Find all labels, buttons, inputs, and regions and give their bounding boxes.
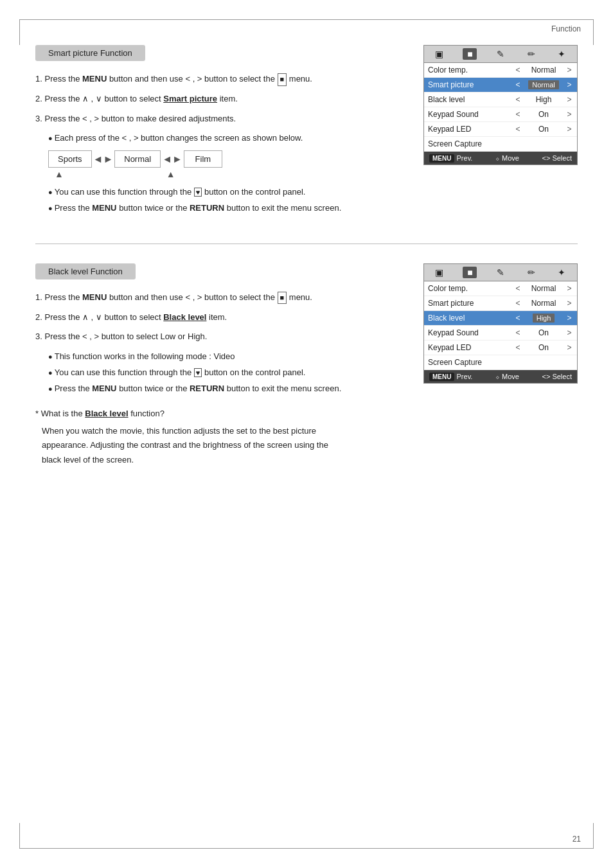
step2-bold: Smart picture xyxy=(163,94,217,103)
border-top xyxy=(19,19,594,20)
black-level-instructions: Black level Function 1. Press the MENU b… xyxy=(35,263,404,467)
cycle-arrow-1: ◄► xyxy=(93,154,114,165)
page-number: 21 xyxy=(573,835,581,844)
menu2-arrow-left-ks: < xyxy=(514,328,522,337)
menu2-label-bl: Black level xyxy=(428,314,511,323)
menu2-row-label-ct: Color temp. xyxy=(428,284,511,293)
menu2-icon-2: ✎ xyxy=(493,267,508,278)
smart-picture-sub-note: Each press of the < , > button changes t… xyxy=(48,132,404,145)
menu-footer-1: MENU Prev. ⬦ Move <> Select xyxy=(424,152,577,164)
menu-row-arrow-left-ks1: < xyxy=(514,110,522,119)
black-level-step1: 1. Press the MENU button and then use < … xyxy=(35,291,404,305)
black-level-desc: When you watch the movie, this function … xyxy=(42,424,404,466)
up-arrow-right: ▲ xyxy=(166,169,175,179)
menu-row-keypad-led-1: Keypad LED < On > xyxy=(424,122,577,137)
smart-picture-note1: You can use this function through the ♥ … xyxy=(48,186,404,199)
footer2-select: <> Select xyxy=(542,373,572,380)
footer2-move: ⬦ Move xyxy=(495,373,519,380)
menu2-label-ks: Keypad Sound xyxy=(428,328,511,337)
menu-row-value-kl1: On xyxy=(524,125,563,134)
bl-step1-num: 1. xyxy=(35,292,44,302)
black-level-note2: You can use this function through the ♥ … xyxy=(48,366,404,380)
menu-row-arrow-left-bl1: < xyxy=(514,95,522,104)
menu2-icon-1-active: ■ xyxy=(463,267,477,278)
page: Function Smart picture Function 1. Press… xyxy=(0,0,613,868)
menu2-icon-0: ▣ xyxy=(432,267,447,278)
menu-row-value-box-sp1: Normal xyxy=(528,80,558,89)
smart-picture-step2: 2. Press the ∧ , ∨ button to select Smar… xyxy=(35,93,404,106)
menu2-label-sp: Smart picture xyxy=(428,299,511,308)
menu-row-arrow-right-kl1: > xyxy=(565,125,573,134)
menu2-arrow-left-bl: < xyxy=(514,314,522,323)
step1-icon: ■ xyxy=(278,73,287,86)
menu2-label-kl: Keypad LED xyxy=(428,343,511,352)
menu2-row-black-level: Black level < High > xyxy=(424,311,577,326)
menu2-arrow-right-ct: > xyxy=(565,284,573,293)
smart-picture-note2: Press the MENU button twice or the RETUR… xyxy=(48,202,404,215)
menu-row-keypad-sound-1: Keypad Sound < On > xyxy=(424,107,577,122)
function-label: Function xyxy=(551,24,581,33)
smart-picture-step3: 3. Press the < , > button to make desire… xyxy=(35,112,404,126)
menu2-arrow-left-ct: < xyxy=(514,284,522,293)
bl-step2-num: 2. xyxy=(35,312,44,322)
menu-footer-2: MENU Prev. ⬦ Move <> Select xyxy=(424,370,577,383)
menu-icon-1-active: ■ xyxy=(463,48,477,60)
menu-icon-2: ✎ xyxy=(493,48,508,60)
menu-row-arrow-left-ct1: < xyxy=(514,66,522,75)
menu-widget-section1: ▣ ■ ✎ ✏ ✦ Color temp. < Normal > xyxy=(423,45,578,165)
black-level-asterisk-section: * What is the Black level function? When… xyxy=(35,407,404,467)
menu-row-value-ct1: Normal xyxy=(524,66,563,75)
footer-select-1: <> Select xyxy=(542,154,572,162)
cycle-item-film: Film xyxy=(184,150,222,168)
section-black-level-inner: Black level Function 1. Press the MENU b… xyxy=(35,263,578,467)
border-right-top xyxy=(593,19,594,45)
footer-menu-btn-1: MENU Prev. xyxy=(429,154,472,162)
menu-row-label-ks1: Keypad Sound xyxy=(428,110,511,119)
menu2-arrow-right-bl: > xyxy=(565,314,573,323)
menu2-arrow-left-sp: < xyxy=(514,299,522,308)
border-bottom xyxy=(19,848,594,849)
bl-step1-icon: ■ xyxy=(278,292,287,305)
step1-menu-bold: MENU xyxy=(82,74,107,84)
menu-row-label-sc1: Screen Capture xyxy=(428,139,573,148)
menu2-value-ks: On xyxy=(524,328,563,337)
menu2-value-sp: Normal xyxy=(524,299,563,308)
black-level-step3: 3. Press the < , > button to select Low … xyxy=(35,330,404,344)
menu2-row-keypad-led: Keypad LED < On > xyxy=(424,341,577,355)
menu2-row-smart-picture: Smart picture < Normal > xyxy=(424,296,577,311)
menu-row-screen-capture-1: Screen Capture xyxy=(424,137,577,152)
cycle-arrow-2: ◄► xyxy=(162,154,182,165)
menu-row-arrow-left-kl1: < xyxy=(514,125,522,134)
menu-row-arrow-right-ks1: > xyxy=(565,110,573,119)
menu-row-arrow-right-bl1: > xyxy=(565,95,573,104)
step1-num: 1. xyxy=(35,74,44,84)
menu-header-1: ▣ ■ ✎ ✏ ✦ xyxy=(424,46,577,63)
step2-num: 2. xyxy=(35,94,44,103)
border-left-top xyxy=(19,19,20,45)
up-arrow-left: ▲ xyxy=(55,169,64,179)
border-left-bottom xyxy=(19,823,20,849)
menu-header-2: ▣ ■ ✎ ✏ ✦ xyxy=(424,264,577,281)
black-level-asterisk-label: * What is the Black level function? xyxy=(35,407,404,421)
menu2-label-sc: Screen Capture xyxy=(428,358,573,367)
section-divider xyxy=(35,244,578,244)
border-right-bottom xyxy=(593,823,594,849)
cycle-diagram-wrapper: Sports ◄► Normal ◄► Film ▲ ▲ xyxy=(48,150,404,179)
menu2-arrow-right-ks: > xyxy=(565,328,573,337)
bl-step1-menu-bold: MENU xyxy=(82,292,107,302)
menu-icon-0: ▣ xyxy=(432,48,447,60)
black-level-step2: 2. Press the ∧ , ∨ button to select Blac… xyxy=(35,311,404,324)
menu-row-arrow-right-sp1: > xyxy=(565,80,573,89)
bl-step2-bold: Black level xyxy=(163,312,206,322)
menu-row-smart-picture-1: Smart picture < Normal > xyxy=(424,78,577,93)
black-level-note1: This function works in the following mod… xyxy=(48,350,404,364)
section-smart-picture: Smart picture Function 1. Press the MENU… xyxy=(35,45,578,218)
footer2-menu-btn: MENU Prev. xyxy=(429,373,472,380)
smart-picture-step1: 1. Press the MENU button and then use < … xyxy=(35,73,404,86)
menu-row-arrow-right-ct1: > xyxy=(565,66,573,75)
menu2-row-color-temp: Color temp. < Normal > xyxy=(424,281,577,296)
menu-icon-4: ✦ xyxy=(555,48,569,60)
menu-row-label-sp1: Smart picture xyxy=(428,80,511,89)
cycle-diagram: Sports ◄► Normal ◄► Film xyxy=(48,150,222,168)
menu-row-label-color-temp-1: Color temp. xyxy=(428,66,511,75)
